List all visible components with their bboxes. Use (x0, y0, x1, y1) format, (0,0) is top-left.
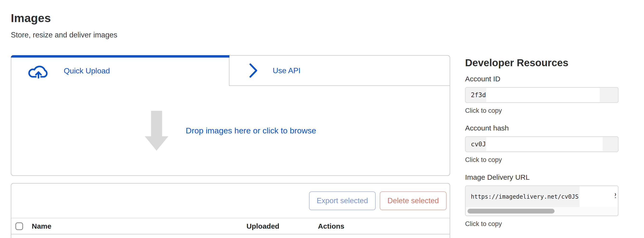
account-id-copy-hint: Click to copy (465, 107, 618, 115)
account-hash-group: Account hash cv0J Click to copy (465, 124, 618, 164)
page-subtitle: Store, resize and deliver images (11, 31, 117, 39)
image-delivery-url-value: https://imagedelivery.net/cv0JS (471, 186, 578, 208)
account-hash-label: Account hash (465, 124, 618, 132)
dropzone[interactable]: Drop images here or click to browse (11, 86, 450, 175)
image-delivery-url-label: Image Delivery URL (465, 173, 618, 181)
cloud-upload-icon (27, 62, 51, 80)
redaction-overlay (486, 137, 603, 151)
account-id-group: Account ID 2f3d Click to copy (465, 75, 618, 115)
export-selected-button[interactable]: Export selected (309, 191, 376, 210)
images-table-panel: Export selected Delete selected Name Upl… (11, 183, 450, 238)
account-id-field[interactable]: 2f3d (465, 87, 618, 103)
column-header-actions: Actions (318, 222, 344, 230)
horizontal-scrollbar (466, 207, 618, 215)
account-id-label: Account ID (465, 75, 618, 83)
down-arrow-icon (145, 111, 168, 151)
images-page: Images Store, resize and deliver images … (0, 0, 644, 238)
developer-resources-panel: Developer Resources Account ID 2f3d Clic… (465, 57, 618, 237)
select-all-checkbox[interactable] (16, 222, 23, 230)
image-delivery-url-field[interactable]: https://imagedelivery.net/cv0JS 2 (465, 185, 618, 216)
image-delivery-url-group: Image Delivery URL https://imagedelivery… (465, 173, 618, 228)
upload-panel: Quick Upload Use API Drop images here or… (11, 55, 450, 176)
developer-resources-title: Developer Resources (465, 57, 618, 69)
account-id-value: 2f3d (471, 88, 486, 103)
column-header-name: Name (32, 222, 52, 230)
page-title: Images (11, 11, 51, 25)
account-hash-value: cv0J (471, 137, 486, 152)
upload-tabs: Quick Upload Use API (11, 56, 450, 86)
redaction-overlay (580, 186, 618, 209)
tab-use-api-label: Use API (273, 66, 300, 75)
column-header-uploaded: Uploaded (246, 222, 280, 230)
delete-selected-button[interactable]: Delete selected (380, 191, 446, 210)
redaction-overlay (486, 88, 600, 102)
chevron-right-icon (248, 63, 259, 78)
table-header-row: Name Uploaded Actions (11, 218, 450, 235)
image-delivery-url-copy-hint: Click to copy (465, 220, 618, 228)
tab-use-api[interactable]: Use API (229, 56, 450, 86)
account-hash-copy-hint: Click to copy (465, 156, 618, 164)
table-toolbar: Export selected Delete selected (11, 184, 450, 218)
account-hash-field[interactable]: cv0J (465, 136, 618, 152)
tab-quick-upload-label: Quick Upload (64, 66, 110, 75)
tab-quick-upload[interactable]: Quick Upload (11, 56, 229, 86)
dropzone-label: Drop images here or click to browse (186, 126, 316, 135)
scrollbar-thumb[interactable] (468, 209, 554, 214)
